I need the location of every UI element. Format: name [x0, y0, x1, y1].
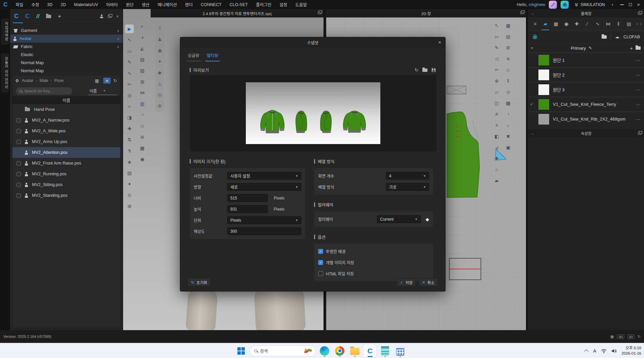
3d-window-badge[interactable]: 3D [617, 334, 624, 339]
resolution-input[interactable]: 300 [227, 227, 301, 235]
2d-tool-icon[interactable]: ↖ [492, 21, 501, 30]
start-button[interactable] [235, 345, 248, 357]
option-transparent-bg[interactable]: ✓ 투명한 배경 [318, 247, 429, 256]
option-save-html[interactable]: HTML 파일 저장 [318, 269, 429, 278]
tray-expand-icon[interactable] [584, 349, 589, 354]
float-window-icon[interactable] [520, 11, 524, 14]
more-options-icon[interactable]: ⋯ [636, 72, 641, 78]
2d-tool-icon[interactable]: # [492, 110, 501, 119]
simulation-mode-selector[interactable]: SIMULATION ▾ [574, 2, 613, 7]
menu-animation[interactable]: 애니메이션 [153, 1, 181, 8]
3d-tool-icon[interactable]: ◎ [125, 91, 134, 100]
tab-work-history[interactable]: 작업내역창 [1, 18, 9, 45]
2d-tool-icon[interactable]: ▱ [492, 88, 501, 96]
view-mode-icon-active[interactable]: ◬ [155, 79, 164, 88]
tree-item-normal-map[interactable]: Normal Map [10, 59, 123, 67]
menu-plugin[interactable]: 플러그인 [252, 1, 275, 8]
3d-display-icon[interactable]: ◭ [138, 44, 147, 53]
more-options-icon[interactable]: ⋯ [636, 57, 641, 63]
3d-tool-icon[interactable]: ✚ [125, 124, 134, 133]
2d-tool-icon[interactable]: ▣ [504, 143, 513, 152]
restore-button[interactable] [629, 3, 632, 6]
2d-tool-icon[interactable]: ≡ [492, 121, 501, 130]
object-tab-button-icon[interactable]: ◉ [562, 19, 571, 28]
float-window-icon[interactable] [638, 132, 641, 135]
pose-checkbox[interactable] [16, 129, 21, 133]
clofab-label[interactable]: CLOFAB [623, 35, 640, 39]
2d-tool-icon[interactable]: ◧ [492, 132, 501, 141]
object-tab-icon[interactable]: ∿ [593, 19, 602, 28]
dialog-close-icon[interactable]: × [438, 39, 441, 45]
list-item-pose[interactable]: MV2_A_Narrow.pos [12, 115, 120, 126]
pose-checkbox[interactable] [16, 193, 21, 198]
view-mode-icon[interactable]: ◆ [155, 68, 164, 77]
checkbox-checked-icon[interactable]: ✓ [318, 260, 323, 265]
swatchbook-tab-icon[interactable]: // [36, 13, 39, 19]
tabs-scroll-right-icon[interactable]: › [640, 21, 641, 26]
2d-tool-icon[interactable]: ▦ [504, 21, 513, 30]
chevron-down-icon[interactable]: ∨ [117, 37, 119, 41]
3d-tool-icon[interactable]: ▶ [125, 25, 134, 33]
2d-tool-icon[interactable]: ⊿ [492, 143, 501, 152]
2d-window-badge[interactable]: 2D [628, 334, 634, 339]
3d-tool-icon[interactable]: ≈ [125, 102, 134, 111]
3d-display-icon[interactable]: ◐ [138, 22, 147, 31]
menu-3d[interactable]: 3D [43, 2, 56, 7]
3d-display-icon[interactable]: ⊚ [138, 133, 147, 141]
fabric-row-selected[interactable]: ✓ V1_Cut_Sew_Knit_Fleece_Terry ⋯ [528, 97, 644, 111]
3d-tool-icon[interactable]: ⇅ [125, 135, 134, 144]
clo-set-knot-icon[interactable] [532, 34, 538, 40]
list-item-pose[interactable]: MV2_Sitting.pos [12, 179, 120, 190]
2d-tool-icon[interactable]: ✂ [492, 65, 501, 74]
search-input[interactable]: Search for Key... [16, 87, 72, 95]
list-view-icon[interactable]: ≡ [103, 78, 111, 84]
3d-tool-icon[interactable]: ↖ [125, 36, 134, 44]
view-mode-icon[interactable]: ♟ [155, 35, 164, 44]
menu-edit[interactable]: 수정 [27, 1, 43, 8]
clo-assets-tab-icon[interactable]: C [25, 13, 30, 20]
2d-tool-icon[interactable]: ▩ [504, 99, 513, 107]
menu-render[interactable]: 렌더 [181, 1, 197, 8]
menu-avatar[interactable]: 아바타 [102, 1, 122, 8]
fabric-row[interactable]: 원단 2 ⋯ [528, 67, 644, 82]
pose-checkbox[interactable] [16, 118, 21, 123]
tree-item-avatar[interactable]: Avatar ∨ [10, 35, 123, 43]
tree-item-elastic[interactable]: Elastic [10, 51, 123, 59]
notepad-icon[interactable] [379, 345, 391, 357]
menu-materials-uv[interactable]: Materials/UV [70, 2, 102, 7]
view-mode-icon[interactable]: ✦ [155, 57, 164, 66]
width-input[interactable]: 515 [227, 194, 268, 202]
list-item-pose[interactable]: MV2_Arms Up.pos [12, 136, 120, 147]
dock-panel-icon[interactable] [108, 15, 111, 18]
chevron-down-icon[interactable]: ▾ [531, 46, 533, 50]
clo-library-tab-icon[interactable]: C [14, 13, 18, 20]
2d-tool-icon[interactable]: ⊞ [504, 43, 513, 52]
cancel-button[interactable]: ✕ 취소 [419, 278, 438, 286]
object-tab-icon[interactable]: ⋈ [604, 19, 612, 28]
list-item-pose[interactable]: MV2_A_Wide.pos [12, 126, 120, 136]
sort-dropdown[interactable]: 이름 ▾ [88, 87, 117, 95]
object-tab-icon[interactable]: ✚ [572, 19, 581, 28]
reset-button[interactable]: ↻ 초기화 [188, 278, 211, 286]
more-options-icon[interactable]: ⋯ [636, 102, 641, 107]
object-tab-zipper-icon[interactable]: ‖ [614, 19, 623, 28]
3d-display-icon[interactable]: ⋈ [138, 88, 147, 97]
3d-display-icon[interactable]: ◑ [138, 33, 147, 42]
name-column-header[interactable]: 이름 [12, 96, 120, 104]
3d-tool-icon[interactable]: ↯ [125, 146, 134, 155]
open-folder-icon[interactable] [422, 69, 427, 72]
refresh-icon[interactable]: ↻ [113, 78, 117, 83]
screen-count-dropdown[interactable]: 4▼ [386, 172, 429, 180]
refresh-preview-icon[interactable]: ↻ [415, 68, 418, 73]
option-save-individual[interactable]: ✓ 개별 이미지 저장 [318, 258, 429, 267]
object-tab-icon[interactable]: ▤ [624, 19, 633, 28]
file-explorer-icon[interactable] [348, 345, 361, 357]
object-tab-icon[interactable]: ≡ [531, 19, 539, 28]
tree-item-fabric[interactable]: Fabric ∧ [10, 43, 123, 51]
colorway-dropdown[interactable]: Current▼ [377, 215, 421, 223]
menu-help[interactable]: 도움말 [291, 1, 311, 8]
collapse-panel-icon[interactable]: → [531, 11, 534, 15]
checkbox-checked-icon[interactable]: ✓ [318, 249, 323, 254]
folder-tab-icon[interactable] [46, 15, 51, 18]
tab-multi-view[interactable]: 멀티뷰 [205, 52, 220, 61]
